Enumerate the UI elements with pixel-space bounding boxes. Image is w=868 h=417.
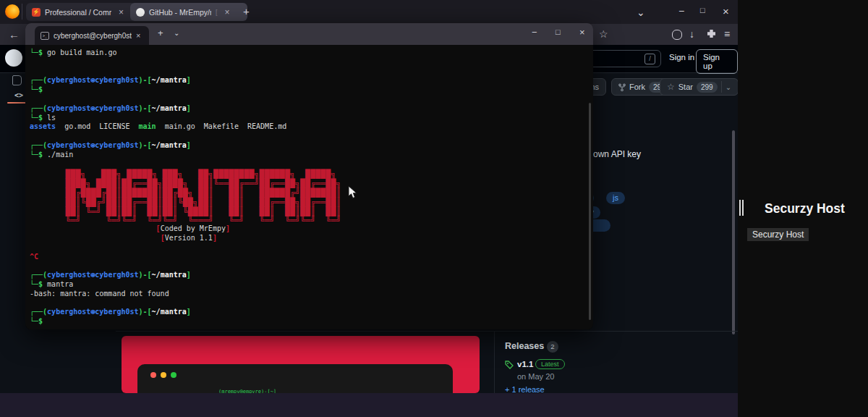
tab1-title: Professional / Community 202 [45,8,111,17]
bookmark-star-icon[interactable]: ☆ [599,28,608,40]
star-count-badge: 299 [697,82,718,93]
tab2-title: GitHub - MrEmpy/mantra: [149,8,211,17]
sign-in-link[interactable]: Sign in [669,53,694,62]
extensions-puzzle-icon[interactable] [707,30,715,38]
terminal-title-bar[interactable]: >_ cyberghost@cybergh0st: ~/m × + ⌄ − □ … [25,23,593,45]
tab-github-mantra[interactable]: GitHub - MrEmpy/mantra: [ × [130,3,247,21]
letterbox-region: Securzy Host Securzy Host [738,0,868,417]
release-date: on May 20 [517,372,554,381]
taskbar: Search b 31° [0,393,738,417]
terminal-tab-dropdown-icon[interactable]: ⌄ [174,29,179,37]
release-tag-icon [505,361,514,369]
watermark-title: Securzy Host [765,201,845,216]
firefox-logo-icon[interactable] [5,4,20,19]
about-description-fragment: own API key [593,149,641,159]
terminal-window: >_ cyberghost@cybergh0st: ~/m × + ⌄ − □ … [25,23,593,329]
content-divider [116,331,738,332]
star-dropdown-caret-icon[interactable]: ⌄ [726,83,731,91]
page-scrollbar-thumb[interactable] [732,130,735,334]
desktop: ⚡ Professional / Community 202 × GitHub … [0,0,868,417]
terminal-tab-icon: >_ [41,32,49,40]
tab-professional-community[interactable]: ⚡ Professional / Community 202 × [26,3,136,21]
tab2-favicon-github-icon [136,8,145,17]
repo-book-icon [12,75,22,85]
pocket-icon[interactable] [672,30,682,40]
terminal-new-tab-button[interactable]: + [158,28,163,38]
terminal-tab-title: cyberghost@cybergh0st: ~/m [54,32,132,40]
latest-badge: Latest [535,359,565,369]
tab2-title-fade: [ [216,9,218,16]
mock-close-dot [150,372,156,378]
pause-bar-icon [742,200,744,216]
fork-icon [618,83,626,91]
pause-bar-icon [739,200,741,216]
list-all-tabs-icon[interactable]: ⌄ [637,7,645,18]
new-tab-button[interactable]: + [243,5,250,17]
star-icon: ☆ [667,82,675,92]
readme-banner-image: (mrempy@empyre)-[~] [122,336,480,393]
terminal-maximize-icon[interactable]: □ [556,28,561,36]
sign-up-button[interactable]: Sign up [696,49,738,74]
terminal-tab[interactable]: >_ cyberghost@cybergh0st: ~/m × [35,26,149,45]
window-maximize-icon[interactable]: □ [700,6,705,14]
tab1-favicon-icon: ⚡ [32,8,41,17]
watermark-chip: Securzy Host [747,228,809,241]
mock-min-dot [161,372,166,378]
tab1-close-icon[interactable]: × [119,7,124,17]
search-slash-kbd: / [644,54,655,64]
topic-pill[interactable]: js [606,192,625,204]
star-button[interactable]: ☆ Star 299 ⌄ [660,78,739,96]
terminal-minimize-icon[interactable]: − [532,27,537,38]
github-logo-icon[interactable] [5,49,22,67]
terminal-scrollbar-thumb[interactable] [589,103,591,320]
mock-max-dot [171,372,176,378]
firefox-tab-bar: ⚡ Professional / Community 202 × GitHub … [0,0,738,24]
window-minimize-icon[interactable]: − [678,5,684,17]
release-version[interactable]: v1.1 [517,360,533,368]
menu-hamburger-icon[interactable]: ≡ [724,28,730,40]
tab2-close-icon[interactable]: × [225,7,230,17]
code-tab[interactable]: <> [14,91,23,99]
back-icon[interactable]: ← [9,28,20,41]
sidebar-divider [494,331,495,393]
window-close-icon[interactable]: × [723,5,729,17]
terminal-tab-close-icon[interactable]: × [136,31,140,40]
tab-separator [22,4,22,20]
terminal-output[interactable]: └─$ go build main.go┌──(cyberghost⊛cyber… [25,45,593,329]
mouse-cursor [348,185,358,200]
terminal-close-icon[interactable]: × [579,27,585,38]
releases-title[interactable]: Releases [505,341,544,351]
downloads-icon[interactable]: ↓ [689,28,694,40]
releases-count-badge: 2 [547,341,558,353]
banner-terminal-mockup: (mrempy@empyre)-[~] [137,364,453,393]
